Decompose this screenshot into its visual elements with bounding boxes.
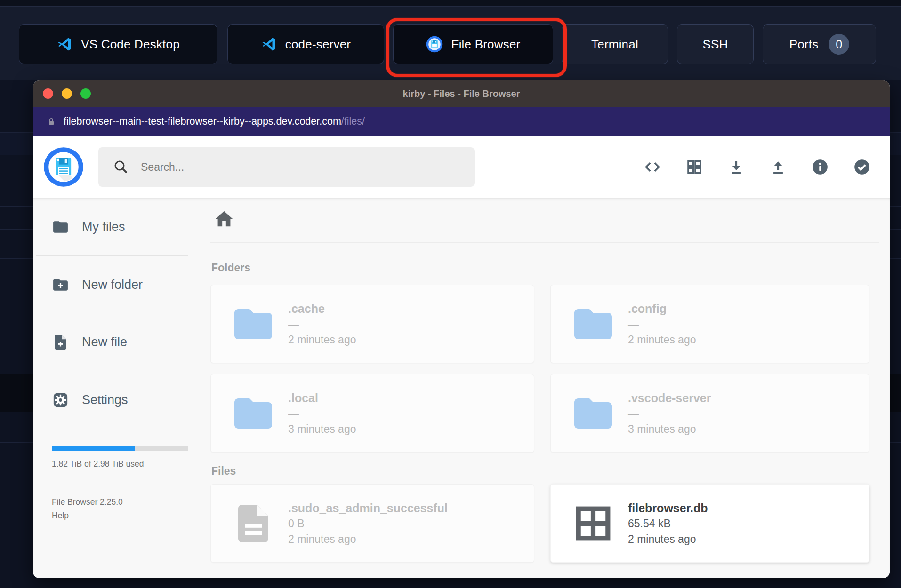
item-name: .vscode-server bbox=[628, 390, 711, 406]
gear-icon bbox=[52, 391, 69, 409]
code-icon[interactable] bbox=[644, 158, 661, 176]
item-size: — bbox=[628, 406, 711, 421]
header-actions bbox=[644, 136, 871, 198]
sidebar-item-my-files[interactable]: My files bbox=[52, 215, 125, 239]
help-link[interactable]: Help bbox=[52, 511, 69, 521]
item-modified: 2 minutes ago bbox=[288, 332, 356, 348]
tab-label: VS Code Desktop bbox=[81, 37, 180, 52]
vscode-icon bbox=[261, 36, 277, 52]
search-bar[interactable] bbox=[98, 147, 475, 187]
item-details: .local — 3 minutes ago bbox=[288, 390, 356, 437]
folder-icon bbox=[229, 302, 278, 347]
folders-grid: .cache — 2 minutes ago .config — 2 minut… bbox=[210, 285, 879, 453]
item-modified: 2 minutes ago bbox=[288, 532, 448, 547]
app-content: My files New folder New file bbox=[33, 198, 890, 578]
item-modified: 2 minutes ago bbox=[628, 332, 696, 348]
item-size: — bbox=[628, 317, 696, 332]
sidebar-item-label: My files bbox=[82, 220, 125, 234]
upload-icon[interactable] bbox=[769, 158, 787, 176]
item-name: filebrowser.db bbox=[628, 500, 708, 516]
file-listing: Folders .cache — 2 minutes ago bbox=[210, 198, 879, 563]
url-path: /files/ bbox=[341, 116, 365, 127]
search-input[interactable] bbox=[140, 160, 465, 174]
folder-icon bbox=[229, 391, 278, 436]
check-circle-icon[interactable] bbox=[853, 158, 871, 176]
item-details: .vscode-server — 3 minutes ago bbox=[628, 390, 711, 437]
tab-ssh[interactable]: SSH bbox=[677, 24, 754, 64]
file-card-sudo-as-admin-successful[interactable]: .sudo_as_admin_successful 0 B 2 minutes … bbox=[210, 484, 534, 563]
tab-ports[interactable]: Ports 0 bbox=[763, 24, 876, 64]
window-title: kirby - Files - File Browser bbox=[33, 80, 890, 107]
sidebar-divider bbox=[36, 371, 188, 371]
tab-label: SSH bbox=[702, 37, 728, 52]
tab-label: Terminal bbox=[591, 37, 638, 52]
item-details: filebrowser.db 65.54 kB 2 minutes ago bbox=[628, 500, 708, 547]
tab-code-server[interactable]: code-server bbox=[227, 24, 384, 64]
sidebar-item-label: Settings bbox=[82, 393, 128, 407]
tab-file-browser[interactable]: File Browser bbox=[393, 24, 553, 64]
item-size: — bbox=[288, 406, 356, 421]
folder-icon bbox=[569, 391, 618, 436]
file-card-filebrowser-db[interactable]: filebrowser.db 65.54 kB 2 minutes ago bbox=[550, 484, 869, 563]
folder-plus-icon bbox=[52, 276, 69, 294]
item-details: .cache — 2 minutes ago bbox=[288, 301, 356, 348]
folder-card-config[interactable]: .config — 2 minutes ago bbox=[550, 285, 869, 363]
tab-label: Ports bbox=[789, 37, 819, 52]
file-icon bbox=[229, 500, 278, 547]
sidebar-item-label: New folder bbox=[82, 278, 143, 292]
window-titlebar: kirby - Files - File Browser bbox=[33, 80, 890, 107]
download-icon[interactable] bbox=[727, 158, 745, 176]
tab-label: code-server bbox=[285, 37, 351, 52]
tab-label: File Browser bbox=[451, 37, 521, 52]
item-details: .config — 2 minutes ago bbox=[628, 301, 696, 348]
tab-vscode-desktop[interactable]: VS Code Desktop bbox=[19, 24, 217, 64]
item-modified: 3 minutes ago bbox=[628, 421, 711, 437]
ports-count-badge: 0 bbox=[829, 34, 849, 55]
item-name: .local bbox=[288, 390, 356, 406]
item-size: 0 B bbox=[288, 516, 448, 532]
vscode-icon bbox=[56, 36, 72, 52]
url-domain: filebrowser--main--test-filebrowser--kir… bbox=[64, 116, 341, 127]
item-name: .config bbox=[628, 301, 696, 317]
browser-window: kirby - Files - File Browser filebrowser… bbox=[33, 80, 890, 578]
folder-icon bbox=[569, 302, 618, 347]
breadcrumb bbox=[210, 198, 879, 243]
address-bar[interactable]: filebrowser--main--test-filebrowser--kir… bbox=[33, 107, 890, 136]
storage-usage-bar bbox=[52, 446, 188, 451]
lock-icon bbox=[46, 116, 57, 128]
sidebar-divider bbox=[36, 255, 188, 256]
file-plus-icon bbox=[52, 334, 69, 351]
item-modified: 2 minutes ago bbox=[628, 532, 708, 547]
home-icon[interactable] bbox=[213, 208, 235, 230]
storage-usage-fill bbox=[52, 446, 135, 451]
sidebar-item-new-file[interactable]: New file bbox=[52, 330, 127, 354]
sidebar-item-label: New file bbox=[82, 335, 127, 350]
folder-icon bbox=[52, 218, 69, 236]
section-title-folders: Folders bbox=[211, 262, 879, 274]
folder-card-vscode-server[interactable]: .vscode-server — 3 minutes ago bbox=[550, 374, 869, 453]
files-grid: .sudo_as_admin_successful 0 B 2 minutes … bbox=[210, 484, 879, 563]
item-modified: 3 minutes ago bbox=[288, 421, 356, 437]
sidebar-item-new-folder[interactable]: New folder bbox=[52, 272, 143, 297]
storage-usage-label: 1.82 TiB of 2.98 TiB used bbox=[52, 459, 144, 469]
folder-card-local[interactable]: .local — 3 minutes ago bbox=[210, 374, 534, 453]
sidebar-item-settings[interactable]: Settings bbox=[52, 388, 128, 412]
item-name: .sudo_as_admin_successful bbox=[288, 500, 448, 516]
sidebar: My files New folder New file bbox=[33, 198, 210, 578]
filebrowser-logo-icon bbox=[43, 147, 84, 187]
filebrowser-header bbox=[33, 136, 890, 198]
url-text: filebrowser--main--test-filebrowser--kir… bbox=[64, 116, 365, 127]
section-title-files: Files bbox=[211, 465, 879, 477]
info-icon[interactable] bbox=[811, 158, 829, 176]
tab-terminal[interactable]: Terminal bbox=[562, 24, 668, 64]
item-name: .cache bbox=[288, 301, 356, 317]
grid-view-icon[interactable] bbox=[685, 158, 703, 176]
database-grid-icon bbox=[569, 501, 618, 546]
item-size: — bbox=[288, 317, 356, 332]
item-size: 65.54 kB bbox=[628, 516, 708, 532]
filebrowser-icon bbox=[426, 36, 443, 53]
top-strip bbox=[0, 0, 901, 7]
item-details: .sudo_as_admin_successful 0 B 2 minutes … bbox=[288, 500, 448, 547]
folder-card-cache[interactable]: .cache — 2 minutes ago bbox=[210, 285, 534, 363]
search-icon bbox=[113, 159, 129, 175]
